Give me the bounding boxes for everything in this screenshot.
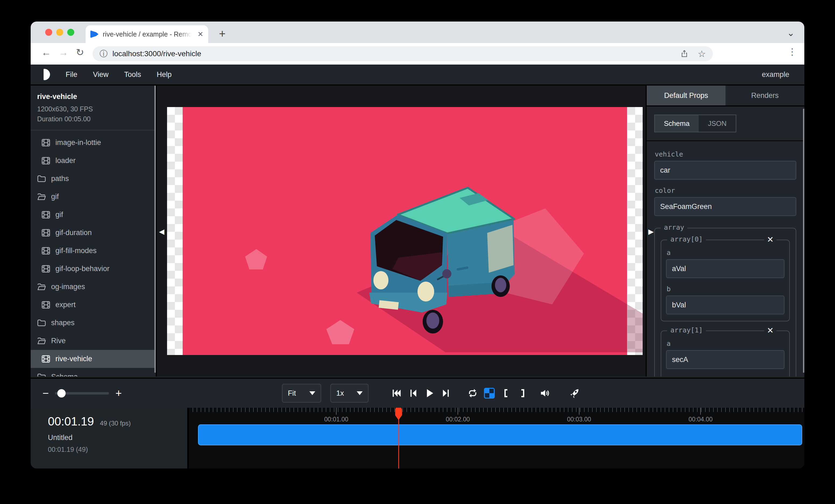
timeline: 00:01.19 49 (30 fps) Untitled 00:01.19 (… (30, 408, 805, 468)
menu-view[interactable]: View (93, 70, 109, 79)
sidebar-item-shapes[interactable]: shapes (30, 314, 156, 332)
folder-closed-icon (37, 174, 46, 184)
speed-dropdown[interactable]: 1x (330, 384, 369, 403)
fit-dropdown[interactable]: Fit (282, 384, 321, 403)
sidebar-item-label: expert (56, 301, 76, 309)
remotion-favicon-icon (90, 30, 99, 39)
tab-title: rive-vehicle / example - Remot (103, 30, 191, 38)
close-window-button[interactable] (45, 29, 52, 36)
zoom-in-icon[interactable]: + (116, 387, 122, 399)
sidebar-item-label: gif-loop-behavior (56, 265, 109, 273)
composition-list: image-in-lottieloaderpathsgifgifgif-dura… (30, 130, 156, 377)
sidebar-item-gif[interactable]: gif (30, 188, 156, 206)
timeline-track-bar[interactable] (198, 424, 802, 445)
sidebar-item-rive[interactable]: Rive (30, 332, 156, 350)
vehicle-input[interactable] (654, 161, 796, 180)
sidebar-item-image-in-lottie[interactable]: image-in-lottie (30, 134, 156, 152)
preview-canvas: ◀ (157, 85, 646, 377)
transparency-checkerboard-button[interactable] (483, 387, 495, 399)
menu-tools[interactable]: Tools (124, 70, 141, 79)
sidebar-item-schema[interactable]: Schema (30, 368, 156, 377)
sidebar-item-gif-loop-behavior[interactable]: gif-loop-behavior (30, 260, 156, 278)
speed-value: 1x (336, 389, 344, 398)
timeline-info-panel: 00:01.19 49 (30 fps) Untitled 00:01.19 (… (30, 408, 189, 468)
minimize-window-button[interactable] (56, 29, 63, 36)
remove-array-item-button[interactable]: ✕ (764, 235, 776, 245)
url-text: localhost:3000/rive-vehicle (113, 49, 201, 58)
out-point-button[interactable] (516, 387, 529, 399)
toggle-schema[interactable]: Schema (655, 115, 699, 132)
sidebar-item-label: shapes (51, 319, 75, 327)
props-scrollbar[interactable] (803, 109, 805, 373)
play-button[interactable] (423, 387, 436, 399)
ruler-label: 00:04.00 (689, 416, 713, 423)
app-menubar: File View Tools Help example (30, 65, 805, 84)
sidebar-item-expert[interactable]: expert (30, 296, 156, 314)
remove-array-item-button[interactable]: ✕ (764, 326, 776, 335)
ruler-label: 00:01.00 (324, 416, 348, 423)
forward-icon[interactable]: → (59, 47, 68, 58)
in-point-button[interactable] (500, 387, 512, 399)
schema-json-toggle: Schema JSON (654, 114, 736, 132)
skip-to-start-button[interactable] (390, 387, 403, 399)
zoom-slider-knob[interactable] (57, 389, 66, 398)
sidebar-item-og-images[interactable]: og-images (30, 278, 156, 296)
zoom-out-icon[interactable]: − (42, 387, 49, 399)
props-form: vehiclecolor array array[0]✕abarray[1]✕a… (647, 141, 805, 377)
share-icon[interactable] (680, 49, 689, 58)
timeline-track-area[interactable]: 00:01.0000:02.0000:03.0000:04.00 (190, 408, 805, 468)
zoom-window-button[interactable] (67, 29, 74, 36)
tab-default-props[interactable]: Default Props (647, 85, 726, 105)
collapse-props-icon[interactable]: ▶ (648, 228, 654, 236)
tab-search-chevron-icon[interactable]: ⌄ (787, 27, 795, 38)
props-panel: Default Props Renders Schema JSON vehicl… (647, 85, 805, 377)
browser-menu-icon[interactable]: ⋮ (788, 46, 797, 57)
sidebar-item-label: gif (56, 211, 63, 219)
volume-button[interactable] (538, 387, 551, 399)
menu-help[interactable]: Help (157, 70, 172, 79)
sidebar-item-label: gif-fill-modes (56, 247, 97, 255)
zoom-slider[interactable] (55, 392, 109, 395)
site-info-icon[interactable]: ⓘ (100, 48, 108, 59)
array-legend: array (661, 224, 687, 231)
film-icon (41, 264, 51, 274)
playback-toolbar: − + Fit 1x (30, 378, 805, 409)
bookmark-star-icon[interactable]: ☆ (698, 48, 706, 59)
props-tabs: Default Props Renders (647, 85, 805, 106)
browser-tab[interactable]: rive-vehicle / example - Remot ✕ (85, 25, 208, 43)
sidebar-item-gif-fill-modes[interactable]: gif-fill-modes (30, 242, 156, 260)
sidebar-item-gif[interactable]: gif (30, 206, 156, 224)
transport-controls (390, 379, 581, 408)
color-input[interactable] (654, 197, 796, 216)
menu-file[interactable]: File (66, 70, 78, 79)
sidebar-item-gif-duration[interactable]: gif-duration (30, 224, 156, 242)
frame-info: 49 (30 fps) (100, 420, 131, 427)
loop-button[interactable] (466, 387, 479, 399)
color-label: color (655, 187, 796, 194)
toggle-json[interactable]: JSON (699, 115, 735, 132)
composition-duration: Duration 00:05.00 (37, 114, 156, 124)
previous-frame-button[interactable] (407, 387, 419, 399)
new-tab-button[interactable]: + (219, 27, 226, 40)
sidebar-item-paths[interactable]: paths (30, 170, 156, 188)
collapse-sidebar-icon[interactable]: ◀ (159, 228, 164, 236)
folder-closed-icon (37, 372, 46, 377)
tab-close-icon[interactable]: ✕ (198, 30, 203, 39)
reload-icon[interactable]: ↻ (76, 47, 84, 58)
remotion-logo-icon (44, 69, 50, 80)
a-input[interactable] (666, 350, 785, 369)
sidebar-item-rive-vehicle[interactable]: rive-vehicle (30, 350, 156, 368)
sidebar-item-label: paths (51, 174, 69, 183)
tab-renders[interactable]: Renders (726, 85, 805, 105)
address-bar[interactable]: ⓘ localhost:3000/rive-vehicle ☆ (93, 46, 713, 61)
sidebar-item-label: Rive (51, 337, 66, 345)
a-input[interactable] (666, 259, 785, 278)
b-input[interactable] (666, 296, 785, 314)
compositions-sidebar: rive-vehicle 1200x630, 30 FPS Duration 0… (30, 85, 156, 377)
back-icon[interactable]: ← (41, 47, 51, 58)
rocket-button[interactable] (568, 387, 581, 399)
film-icon (41, 228, 51, 238)
sidebar-item-loader[interactable]: loader (30, 152, 156, 170)
array-group: array array[0]✕abarray[1]✕ab (654, 228, 796, 377)
jump-to-end-button[interactable] (440, 387, 452, 399)
